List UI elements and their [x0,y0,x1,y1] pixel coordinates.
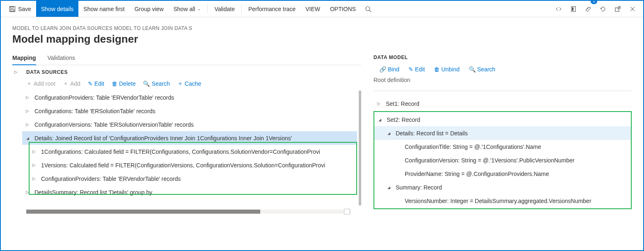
data-model-header: DATA MODEL [374,55,632,60]
performance-trace-button[interactable]: Performance trace [243,1,300,17]
popout-button[interactable] [610,1,625,17]
save-icon [9,6,16,12]
add-root-button[interactable]: ＋Add root [26,80,55,87]
trash-icon: 🗑 [434,66,440,73]
caret-right-icon [31,163,37,167]
plus-icon: ＋ [63,80,69,87]
tab-validations[interactable]: Validations [48,52,75,65]
dm-item[interactable]: ConfigurationVersion: String = @.'1Versi… [374,153,631,167]
dm-item-summary[interactable]: Summary: Record [374,180,631,194]
add-button[interactable]: ＋Add [63,80,80,87]
save-button[interactable]: Save [4,1,36,17]
pencil-icon: ✎ [408,66,413,73]
caret-down-icon [386,131,392,135]
caret-down-icon [377,117,383,122]
dm-actions: 🔗Bind ✎Edit 🗑Unbind 🔍Search [374,60,632,77]
edit-button[interactable]: ✎Edit [88,80,104,87]
svg-rect-1 [11,7,13,8]
ds-tree: ConfigurationProviders: Table 'ERVendorT… [22,91,361,205]
caret-right-icon [31,176,37,181]
show-name-first-button[interactable]: Show name first [78,1,129,17]
dm-item-details[interactable]: Details: Record list = Details [374,126,631,140]
options-button[interactable]: OPTIONS [325,1,361,17]
refresh-button[interactable] [596,1,610,17]
left-column: Mapping Validations ▷ DATA SOURCES ＋Add … [12,52,361,214]
close-icon [630,6,635,12]
group-view-button[interactable]: Group view [130,1,169,17]
bind-button[interactable]: 🔗Bind [379,66,399,73]
pencil-icon: ✎ [88,80,93,87]
search-button[interactable]: 🔍Search [469,66,495,73]
ds-item[interactable]: Configurations: Table 'ERSolutionTable' … [22,104,357,118]
refresh-icon [600,6,606,12]
office-icon[interactable] [566,1,581,17]
page-title: Model mapping designer [12,33,632,46]
cache-button[interactable]: ＋Cache [177,80,201,87]
edit-button[interactable]: ✎Edit [408,66,425,73]
save-label: Save [18,6,31,12]
divider [374,91,632,91]
ds-item[interactable]: ConfigurationProviders: Table 'ERVendorT… [22,172,357,185]
section-caret[interactable]: ▷ [12,70,20,74]
toolbar: Save Show details Show name first Group … [1,1,643,17]
paperclip-icon [585,6,591,12]
search-icon: 🔍 [143,80,150,87]
show-details-button[interactable]: Show details [36,1,78,17]
caret-right-icon [25,109,30,113]
horizontal-scrollbar[interactable] [26,210,351,214]
ds-item[interactable]: 1Versions: Calculated field = FILTER(Con… [22,158,357,172]
dm-item[interactable]: VersionsNumber: Integer = DetailsSummary… [374,194,631,208]
ds-item[interactable]: ConfigurationVersions: Table 'ERSolution… [22,118,357,131]
dm-item-set1[interactable]: Set1: Record [374,97,632,110]
dm-item[interactable]: ProviderName: String = @.ConfigurationPr… [374,167,631,180]
connector-icon[interactable] [551,1,566,17]
caret-right-icon [31,149,37,154]
highlight-box: Set2: Record Details: Record list = Deta… [374,111,632,209]
svg-rect-6 [572,7,573,11]
show-all-button[interactable]: Show all ⌄ [169,1,206,17]
page: MODEL TO LEARN JOIN DATA SOURCES MODEL T… [1,17,643,214]
unbind-button[interactable]: 🗑Unbind [434,66,459,73]
svg-line-4 [369,10,371,12]
right-column: DATA MODEL 🔗Bind ✎Edit 🗑Unbind 🔍Search R… [361,52,632,214]
delete-button[interactable]: 🗑Delete [112,80,135,87]
plus-icon: ＋ [177,80,183,87]
dm-item-set2[interactable]: Set2: Record [374,113,631,126]
data-sources-header: DATA SOURCES [26,69,68,75]
divider [241,5,242,14]
root-definition-label: Root definition [374,77,632,83]
popout-icon [614,6,621,12]
scrollbar-thumb[interactable] [26,210,260,214]
ds-actions: ＋Add root ＋Add ✎Edit 🗑Delete 🔍Search ＋Ca… [12,75,361,91]
ds-item[interactable]: ConfigurationProviders: Table 'ERVendorT… [22,91,357,104]
scrollbar-handle[interactable] [344,209,350,214]
caret-right-icon [25,190,30,194]
ds-item-details[interactable]: Details: Joined Record list of 'Configur… [22,131,357,145]
caret-right-icon [25,95,30,100]
view-button[interactable]: VIEW [300,1,325,17]
caret-right-icon [25,122,30,127]
dm-tree: Set1: Record Set2: Record Details: Recor… [374,97,632,209]
svg-rect-2 [11,9,14,11]
caret-right-icon [376,101,382,106]
attachments-button[interactable]: 0 [581,1,596,17]
tab-mapping[interactable]: Mapping [12,52,36,65]
search-icon [365,6,371,12]
breadcrumb: MODEL TO LEARN JOIN DATA SOURCES MODEL T… [12,25,632,31]
ds-item[interactable]: 1Configurations: Calculated field = FILT… [22,145,357,158]
search-icon-button[interactable] [361,1,376,17]
divider [207,5,208,14]
caret-down-icon [386,185,392,189]
ds-item[interactable]: DetailsSummary: Record list 'Details' gr… [22,185,357,199]
trash-icon: 🗑 [112,80,117,87]
caret-down-icon [25,136,30,140]
search-button[interactable]: 🔍Search [143,80,170,87]
svg-point-3 [366,7,370,11]
tabs: Mapping Validations [12,52,361,65]
chevron-down-icon: ⌄ [197,7,201,11]
dm-item[interactable]: ConfigurationTitle: String = @.'1Configu… [374,140,631,153]
search-icon: 🔍 [469,66,476,73]
link-icon: 🔗 [379,66,386,73]
validate-button[interactable]: Validate [209,1,240,17]
close-button[interactable] [625,1,640,17]
